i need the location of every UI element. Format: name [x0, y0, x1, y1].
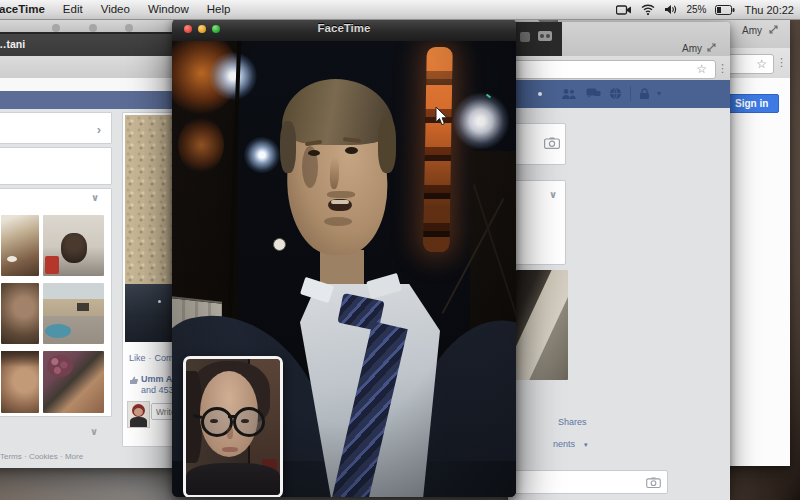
- like-link[interactable]: Like: [129, 353, 146, 363]
- collapsed-card: ∨: [512, 180, 566, 265]
- menu-facetime[interactable]: FaceTime: [0, 0, 54, 19]
- menu-help[interactable]: Help: [198, 0, 240, 19]
- camera-upload-icon[interactable]: [544, 137, 560, 149]
- car-shape: [77, 303, 89, 311]
- chrome-profile-name[interactable]: Amy: [682, 43, 702, 54]
- volume-status-icon[interactable]: [664, 4, 677, 15]
- menu-edit[interactable]: Edit: [54, 0, 92, 19]
- bookmark-star-icon[interactable]: ☆: [696, 63, 707, 75]
- dot-separator: ·: [149, 353, 152, 363]
- privacy-lock-icon[interactable]: [639, 88, 650, 100]
- pip-eye-left: [210, 419, 218, 423]
- video-camera-status-icon[interactable]: [616, 5, 632, 15]
- macos-menu-bar: FaceTime Edit Video Window Help 25% Thu …: [0, 0, 800, 20]
- browser-toolbar: ☆ ⋮: [508, 56, 730, 80]
- plate-shape: [7, 256, 17, 262]
- pip-eye-right: [241, 419, 249, 423]
- dropdown-chevron-icon[interactable]: ▾: [584, 441, 588, 449]
- battery-percent-label[interactable]: 25%: [686, 4, 706, 15]
- avatar-body: [130, 417, 147, 427]
- photo-stairs[interactable]: [516, 270, 568, 380]
- facetime-window: FaceTime: [172, 18, 516, 497]
- pool-shape: [45, 324, 71, 338]
- status-menu-extras: 25% Thu 20:22: [616, 4, 800, 16]
- avatar-face: [134, 408, 143, 416]
- app-menus: FaceTime Edit Video Window Help: [0, 0, 239, 19]
- photo-speck: [158, 300, 161, 303]
- commenter-avatar[interactable]: [127, 401, 150, 428]
- photo-weightlifting[interactable]: [43, 215, 104, 276]
- expand-icon[interactable]: [769, 25, 778, 34]
- notification-dot-icon: [538, 92, 542, 96]
- active-tab-dark[interactable]: [508, 22, 562, 56]
- traffic-light-zoom[interactable]: [125, 24, 133, 32]
- photo-selfie[interactable]: [1, 351, 39, 413]
- traffic-light-minimize[interactable]: [89, 24, 97, 32]
- hair-shape: [1, 351, 39, 367]
- facetime-titlebar[interactable]: FaceTime: [172, 18, 516, 42]
- photo-house-pool[interactable]: [43, 283, 104, 344]
- battery-status-icon[interactable]: [715, 5, 735, 15]
- menu-bar-clock[interactable]: Thu 20:22: [744, 4, 794, 16]
- chevron-down-icon[interactable]: ∨: [91, 192, 99, 203]
- tab-camera-icon: [538, 31, 552, 41]
- mouse-cursor-icon: [435, 106, 449, 127]
- browser-menu-icon[interactable]: ⋮: [717, 63, 728, 74]
- like-thumb-icon: [129, 375, 139, 385]
- messages-icon[interactable]: [586, 88, 601, 100]
- menu-window[interactable]: Window: [139, 0, 198, 19]
- facebook-page-content: ∨ Shares nents ▾: [508, 108, 730, 500]
- comment-input-box[interactable]: [510, 470, 668, 494]
- notifications-globe-icon[interactable]: [609, 87, 622, 100]
- photo-bearded-man[interactable]: [1, 283, 39, 344]
- photo-dinner[interactable]: [1, 215, 39, 276]
- chevron-down-icon[interactable]: ∨: [90, 426, 98, 437]
- pip-lips: [222, 447, 238, 452]
- pip-glasses-right: [233, 407, 265, 437]
- facebook-footer-links[interactable]: Terms · Cookies · More: [0, 452, 83, 461]
- sign-in-button[interactable]: Sign in: [724, 94, 779, 113]
- expand-icon[interactable]: [707, 43, 716, 52]
- sidebar-card: [0, 147, 112, 185]
- shares-link[interactable]: Shares: [558, 417, 587, 427]
- dropdown-chevron-icon[interactable]: ▾: [657, 89, 661, 98]
- facetime-window-title: FaceTime: [172, 22, 516, 34]
- photo-upload-box[interactable]: [512, 123, 566, 165]
- browser-menu-icon[interactable]: ⋮: [776, 57, 787, 68]
- chevron-down-icon[interactable]: ∨: [549, 189, 557, 200]
- view-comments-link[interactable]: nents: [553, 439, 575, 449]
- facebook-header-bar: ▾: [508, 80, 730, 108]
- traffic-light-close[interactable]: [52, 24, 60, 32]
- pip-glasses-bridge: [228, 415, 235, 418]
- figure-shape: [61, 233, 87, 263]
- address-bar[interactable]: ☆: [512, 60, 716, 79]
- pip-woman-shoulders: [186, 463, 280, 495]
- friend-requests-icon[interactable]: [561, 88, 576, 100]
- chevron-right-icon[interactable]: ›: [97, 122, 101, 137]
- pip-self-view[interactable]: [183, 356, 283, 497]
- grapes-shape: [47, 355, 73, 377]
- wifi-status-icon[interactable]: [641, 4, 655, 15]
- camera-upload-icon[interactable]: [646, 477, 661, 488]
- window-titlebar[interactable]: Amy: [508, 22, 730, 56]
- tab-title: …tani: [0, 38, 25, 50]
- facetime-video: [172, 41, 516, 497]
- divider: [630, 86, 631, 101]
- tab-favicon-icon: [520, 32, 530, 42]
- menu-video[interactable]: Video: [92, 0, 139, 19]
- sidebar-card: ›: [0, 112, 112, 144]
- photos-card: ∨: [0, 188, 112, 417]
- photo-grapes[interactable]: [43, 351, 104, 413]
- browser-window-middle: Amy ☆ ⋮ ▾ ∨ Shares nents ▾: [508, 22, 730, 500]
- chrome-profile-name[interactable]: Amy: [742, 25, 762, 36]
- pip-nose: [227, 427, 233, 439]
- red-object-shape: [45, 256, 59, 274]
- bookmark-star-icon[interactable]: ☆: [756, 58, 767, 70]
